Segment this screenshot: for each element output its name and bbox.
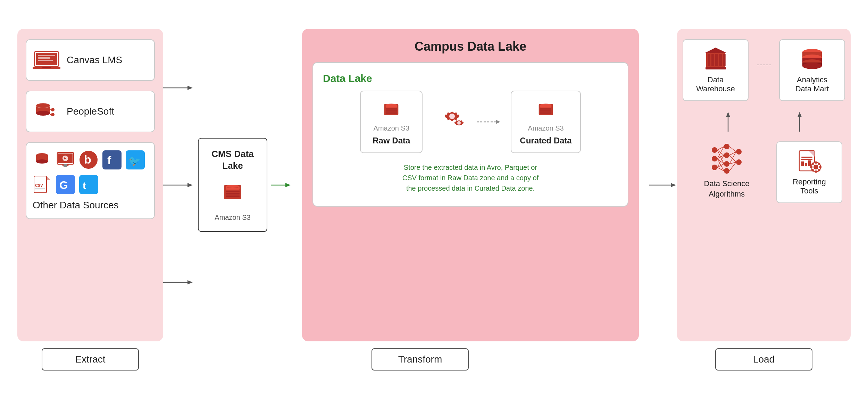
extract-label: Extract [42, 348, 139, 371]
svg-line-109 [729, 147, 736, 152]
svg-point-13 [51, 113, 55, 116]
raw-s3-icon [379, 98, 403, 121]
svg-marker-41 [187, 183, 193, 187]
data-lake-note: Store the extracted data in Avro, Parque… [402, 162, 539, 193]
other-db-icon [33, 150, 52, 171]
arrow-up-reporting [794, 111, 805, 132]
svg-marker-71 [704, 48, 727, 53]
cms-section: CMS DataLake Amazon S3 [194, 29, 271, 341]
svg-point-49 [226, 185, 240, 189]
svg-rect-36 [79, 175, 98, 194]
data-warehouse-label: Data Warehouse [696, 75, 735, 93]
svg-marker-51 [285, 183, 291, 187]
arrow-cms-lake [271, 180, 292, 190]
svg-rect-76 [723, 54, 726, 66]
svg-rect-120 [805, 163, 807, 166]
svg-rect-55 [386, 110, 397, 111]
svg-text:f: f [107, 153, 111, 167]
reporting-icon [796, 149, 823, 173]
svg-rect-117 [801, 157, 812, 158]
svg-rect-54 [386, 108, 397, 109]
svg-rect-46 [226, 191, 240, 192]
cms-s3-icon [219, 178, 247, 207]
lake-load-connector [649, 29, 677, 341]
bottom-labels: Extract Transform Load [17, 348, 851, 371]
svg-rect-4 [38, 60, 53, 61]
svg-point-91 [712, 156, 717, 161]
svg-rect-126 [810, 166, 812, 168]
svg-point-90 [712, 147, 717, 153]
svg-point-17 [36, 159, 48, 164]
data-science-box: Data Science Algorithms [685, 141, 768, 203]
reporting-tools-label: Reporting Tools [793, 177, 826, 196]
svg-text:🐦: 🐦 [128, 155, 141, 167]
svg-point-96 [724, 168, 729, 174]
extract-section: Canvas LMS [17, 29, 163, 341]
svg-rect-119 [801, 161, 804, 166]
other-sources-label: Other Data Sources [33, 200, 118, 211]
cms-title: CMS DataLake [211, 148, 253, 172]
raw-s3-label: Amazon S3 [374, 124, 409, 132]
svg-point-85 [802, 63, 822, 69]
svg-rect-64 [540, 108, 552, 109]
data-lake-inner-title: Data Lake [323, 73, 618, 84]
peoplesoft-box: PeopleSoft [26, 91, 155, 132]
svg-marker-61 [496, 120, 500, 124]
svg-point-9 [36, 111, 50, 116]
csv-icon: CSV [33, 175, 52, 196]
svg-point-57 [386, 103, 397, 107]
canvas-label: Canvas LMS [67, 55, 122, 66]
svg-text:b: b [84, 153, 91, 166]
svg-rect-32 [35, 188, 45, 189]
svg-marker-43 [187, 280, 193, 284]
svg-point-59 [457, 121, 461, 125]
svg-rect-2 [38, 55, 55, 56]
svg-rect-73 [711, 54, 714, 66]
analytics-mart-icon [799, 47, 825, 71]
svg-rect-22 [64, 164, 67, 167]
gear-icons [432, 106, 467, 138]
arrow-lake-ds [649, 180, 677, 190]
peoplesoft-icon [33, 99, 60, 124]
svg-rect-56 [386, 112, 397, 113]
data-warehouse-icon [703, 47, 729, 71]
raw-data-box: Amazon S3 Raw Data [360, 91, 423, 153]
transform-label: Transform [372, 348, 469, 371]
svg-point-97 [736, 149, 742, 155]
load-label: Load [715, 348, 812, 371]
svg-rect-33 [35, 190, 43, 190]
extract-arrows [163, 29, 194, 341]
diagram-area: Canvas LMS [17, 29, 851, 341]
other-monitor-icon [56, 150, 75, 171]
reporting-tools-box: Reporting Tools [776, 141, 842, 203]
svg-rect-124 [815, 161, 817, 164]
analytics-mart-label: Analytics Data Mart [795, 75, 829, 93]
raw-sublabel: Raw Data [373, 136, 410, 146]
svg-point-67 [540, 103, 552, 107]
cms-box: CMS DataLake Amazon S3 [198, 138, 267, 232]
svg-point-94 [724, 152, 729, 158]
svg-text:t: t [83, 180, 86, 191]
svg-point-58 [449, 114, 455, 119]
svg-rect-77 [706, 67, 726, 69]
svg-line-111 [729, 155, 736, 162]
data-science-label: Data Science Algorithms [685, 178, 768, 200]
arrow-up-dw [723, 111, 733, 132]
svg-rect-65 [540, 110, 552, 111]
svg-rect-66 [540, 112, 552, 113]
svg-marker-89 [798, 112, 802, 117]
svg-marker-69 [671, 183, 676, 187]
curated-sublabel: Curated Data [520, 136, 571, 146]
svg-rect-74 [715, 54, 718, 66]
svg-point-95 [724, 161, 729, 167]
google-icon: G [56, 175, 75, 196]
svg-rect-48 [226, 196, 240, 197]
svg-rect-118 [801, 159, 812, 160]
facebook-icon: f [102, 150, 122, 171]
arrow-canvas-cms [163, 83, 194, 93]
svg-rect-1 [36, 53, 57, 65]
twitter-icon: 🐦 [126, 150, 145, 171]
curated-s3-icon [534, 98, 558, 121]
load-bottom-row: Data Science Algorithms [685, 141, 842, 203]
campus-lake-title: Campus Data Lake [415, 39, 526, 54]
